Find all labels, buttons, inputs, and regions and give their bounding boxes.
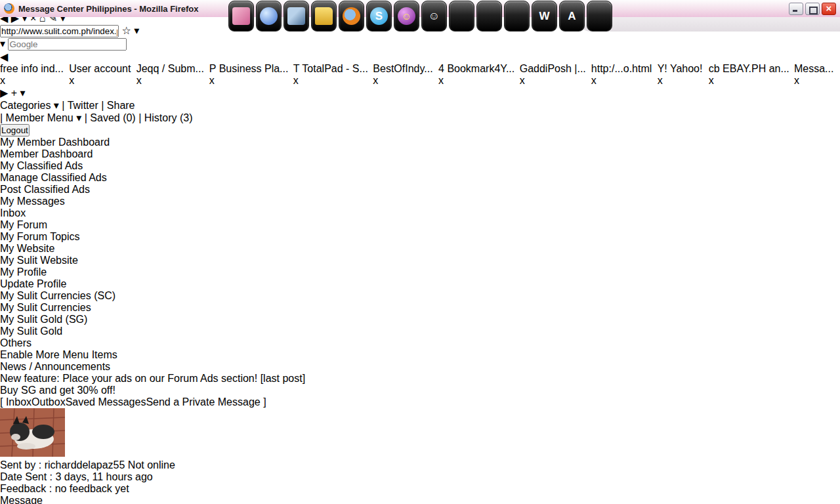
- tab-close-icon[interactable]: x: [209, 75, 215, 86]
- member-menu[interactable]: Member Menu: [6, 112, 74, 123]
- news-link[interactable]: New feature: Place your ads on our Forum…: [0, 373, 257, 384]
- browser-tab[interactable]: User account x: [69, 63, 136, 87]
- news-item[interactable]: Buy SG and get 30% off!: [0, 385, 840, 396]
- restore-button[interactable]: [805, 3, 820, 15]
- launcher-icon[interactable]: [339, 1, 364, 32]
- launcher-icon-glyph: [480, 7, 498, 25]
- sidebar-item[interactable]: Inbox: [0, 207, 840, 219]
- sidebar-item[interactable]: Others: [0, 337, 840, 349]
- tab-close-icon[interactable]: x: [709, 75, 714, 86]
- launcher-icon[interactable]: [449, 1, 474, 32]
- launcher-icon[interactable]: [587, 1, 612, 32]
- news-last-post[interactable]: [last post]: [261, 373, 305, 384]
- firefox-logo-icon: [4, 3, 14, 14]
- browser-tab[interactable]: 4 Bookmark4Y... x: [438, 63, 520, 87]
- sidebar-item[interactable]: My Forum: [0, 219, 840, 231]
- sidebar-item[interactable]: My Sulit Gold (SG): [0, 314, 840, 326]
- browser-tab[interactable]: Messa... x: [794, 63, 840, 87]
- launcher-icon[interactable]: [311, 1, 337, 32]
- tab-close-icon[interactable]: x: [794, 75, 799, 86]
- browser-tab[interactable]: http:/...o.html x: [591, 63, 658, 87]
- sidebar-item[interactable]: Post Classified Ads: [0, 184, 840, 196]
- sidebar-item[interactable]: My Sulit Gold: [0, 326, 840, 337]
- minimize-button[interactable]: [789, 3, 803, 15]
- message-nav-link[interactable]: Saved Messages: [66, 396, 146, 408]
- launcher-icon[interactable]: ☺: [421, 1, 447, 32]
- browser-tab[interactable]: T TotalPad - S... x: [293, 63, 373, 87]
- browser-tab[interactable]: P Business Pla... x: [209, 63, 293, 87]
- sidebar-item[interactable]: My Messages: [0, 196, 840, 207]
- news-link[interactable]: Buy SG and get 30% off!: [0, 385, 116, 396]
- launcher-icon[interactable]: A: [559, 1, 585, 32]
- tab-close-icon[interactable]: x: [0, 75, 5, 86]
- sidebar-item[interactable]: My Sulit Currencies (SC): [0, 290, 840, 302]
- launcher-icon-glyph: [453, 7, 471, 25]
- sidebar-item[interactable]: My Website: [0, 243, 840, 255]
- tab-close-icon[interactable]: x: [520, 75, 525, 86]
- categories-menu[interactable]: Categories: [0, 100, 51, 111]
- message-nav-link[interactable]: Outbox: [32, 396, 66, 408]
- tab-scroll-right-icon[interactable]: ▶: [0, 87, 8, 98]
- message-section-title: Message: [0, 495, 840, 504]
- launcher-icon[interactable]: [256, 1, 282, 32]
- tab-label: EBAY.PH an...: [723, 63, 789, 74]
- tab-favicon: 4: [438, 63, 444, 74]
- sidebar-item[interactable]: My Sulit Currencies: [0, 302, 840, 314]
- tab-label: TotalPad - S...: [302, 63, 368, 74]
- sidebar-item[interactable]: My Classified Ads: [0, 160, 840, 172]
- launcher-icon[interactable]: [504, 1, 530, 32]
- tab-close-icon[interactable]: x: [438, 75, 444, 86]
- new-tab-button[interactable]: +: [11, 87, 17, 98]
- search-bar: ▾: [0, 37, 840, 51]
- tab-close-icon[interactable]: x: [293, 75, 299, 86]
- status-badge: Not online: [128, 459, 175, 471]
- browser-tab[interactable]: BestOfIndy... x: [373, 63, 438, 87]
- news-item[interactable]: New feature: Place your ads on our Forum…: [0, 373, 840, 385]
- launcher-icon[interactable]: [284, 1, 309, 32]
- message-nav-link[interactable]: Inbox: [6, 396, 32, 408]
- list-all-tabs-icon[interactable]: ▾: [20, 87, 26, 98]
- sidebar-item[interactable]: My Profile: [0, 266, 840, 278]
- url-dropdown-icon[interactable]: ▾: [134, 25, 139, 36]
- launcher-icon-glyph: [315, 7, 333, 25]
- bookmark-star-icon[interactable]: ☆: [121, 25, 131, 36]
- tab-close-icon[interactable]: x: [69, 75, 74, 86]
- sidebar-item[interactable]: Enable More Menu Items: [0, 349, 840, 361]
- sidebar-item[interactable]: Update Profile: [0, 278, 840, 290]
- saved-link[interactable]: Saved (0): [90, 112, 135, 123]
- sidebar-item[interactable]: My Forum Topics: [0, 231, 840, 243]
- history-link[interactable]: History (3): [144, 112, 193, 123]
- search-input[interactable]: [8, 38, 127, 51]
- tab-close-icon[interactable]: x: [136, 75, 142, 86]
- browser-tab[interactable]: Y! Yahoo! x: [658, 63, 709, 87]
- sidebar-item[interactable]: Manage Classified Ads: [0, 172, 840, 184]
- search-engine-dropdown-icon[interactable]: ▾: [0, 38, 5, 49]
- sidebar-item[interactable]: My Member Dashboard: [0, 136, 840, 148]
- colon: :: [39, 459, 41, 471]
- tab-close-icon[interactable]: x: [591, 75, 597, 86]
- message-nav-link[interactable]: Send a Private Message: [146, 396, 260, 408]
- sidebar-item[interactable]: My Sulit Website: [0, 255, 840, 266]
- colon: :: [50, 471, 52, 482]
- launcher-icon[interactable]: S: [366, 1, 392, 32]
- browser-tab[interactable]: free info ind... x: [0, 63, 69, 87]
- screen: Message Center Philippines - Mozilla Fir…: [0, 0, 840, 504]
- close-button[interactable]: [822, 3, 836, 15]
- browser-tab[interactable]: GaddiPosh |... x: [520, 63, 591, 87]
- dog-photo-art: [0, 408, 65, 457]
- tab-close-icon[interactable]: x: [658, 75, 663, 86]
- tab-close-icon[interactable]: x: [373, 75, 378, 86]
- twitter-link[interactable]: Twitter: [68, 100, 98, 111]
- share-link[interactable]: Share: [107, 100, 135, 111]
- browser-tab[interactable]: Jeqq / Subm... x: [136, 63, 209, 87]
- launcher-icon[interactable]: W: [532, 1, 557, 32]
- browser-tab[interactable]: cb EBAY.PH an... x: [709, 63, 794, 87]
- launcher-icon[interactable]: [228, 1, 254, 32]
- sidebar-item[interactable]: Member Dashboard: [0, 148, 840, 160]
- launcher-icon[interactable]: [476, 1, 502, 32]
- url-input[interactable]: [0, 25, 119, 37]
- tab-scroll-left-icon[interactable]: ◀: [0, 51, 8, 62]
- launcher-icon[interactable]: ☺: [394, 1, 419, 32]
- logout-button[interactable]: Logout: [0, 124, 30, 136]
- sender-username-link[interactable]: richarddelapaz55: [45, 459, 125, 471]
